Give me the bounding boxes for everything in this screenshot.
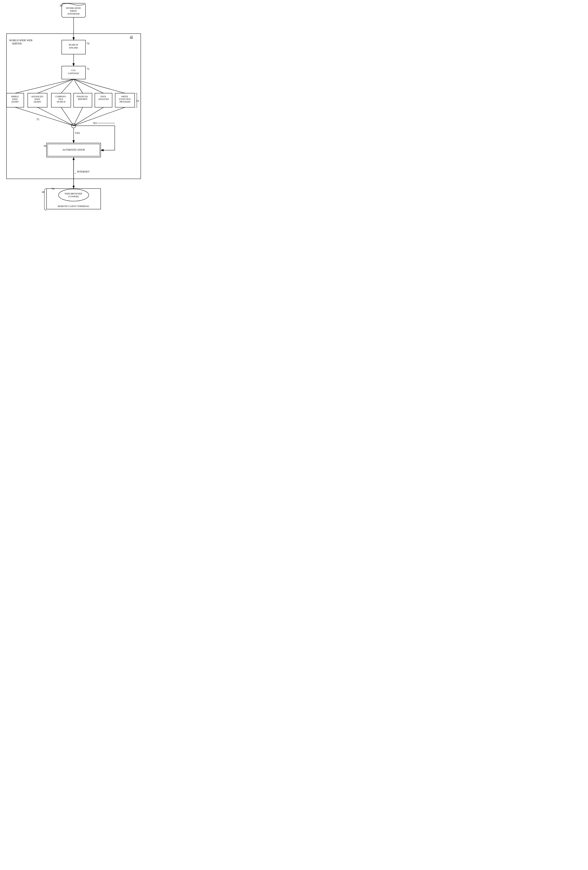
db-text1: INTERGATED WRDS DATABASE [66,7,81,15]
no-path [74,126,115,150]
ref-78: 78 [43,145,46,147]
ref-75: 75 [36,118,39,121]
ref-42: 42 [130,35,133,39]
cgi-to-advanced-line [37,79,74,93]
internet-label: INTERNET [77,170,90,173]
diagram-container: 34 70 72 74 75 78 76 40 42 YES NO INTERN… [0,0,147,218]
yes-label: YES [75,131,80,135]
financial-rep-text: FINANCIAL REPORTS [77,95,89,100]
up-arrowhead [73,157,75,160]
ref-74: 74 [136,99,139,103]
remote-client-text: REMOTE CLIENT TERMINAL [58,205,90,207]
cgi-to-company-line [61,79,74,93]
cgi-gateway-text: CGI GATEWAY [68,69,79,74]
www-server-label: WORLD WIDE WEB [9,39,33,42]
search-engine-text: SEARCH ENGINE [68,43,79,49]
company-fs-text: COMPANY- FILE SEARCH [55,95,67,103]
write-own-text: WRITE YOUR OWN PROGRAM [119,95,131,103]
advanced-to-circle [37,107,74,126]
data-analysis-text: DATA ANALYSIS [98,95,109,100]
ref-72: 72 [87,67,89,70]
company-to-circle [61,107,74,126]
ref-34: 34 [59,4,62,7]
no-label: NO [93,122,97,125]
www-server-label2: SERVER [12,42,22,45]
down-arrowhead [73,186,75,189]
ref-70: 70 [87,42,89,45]
ref-40: 40 [42,190,45,194]
advanced-dq-text: ADVANCED DATA QUERY [31,95,43,103]
web-browser-text: WEB BROWSER (COOKIE) [64,192,83,198]
simple-dq-text: SIMPLE DATA QUERY [11,95,19,103]
ref-76: 76 [52,187,55,190]
auth-text: AUTHENTICATION [62,148,85,151]
cgi-to-simple-line [15,79,74,93]
simple-to-circle [15,107,74,126]
